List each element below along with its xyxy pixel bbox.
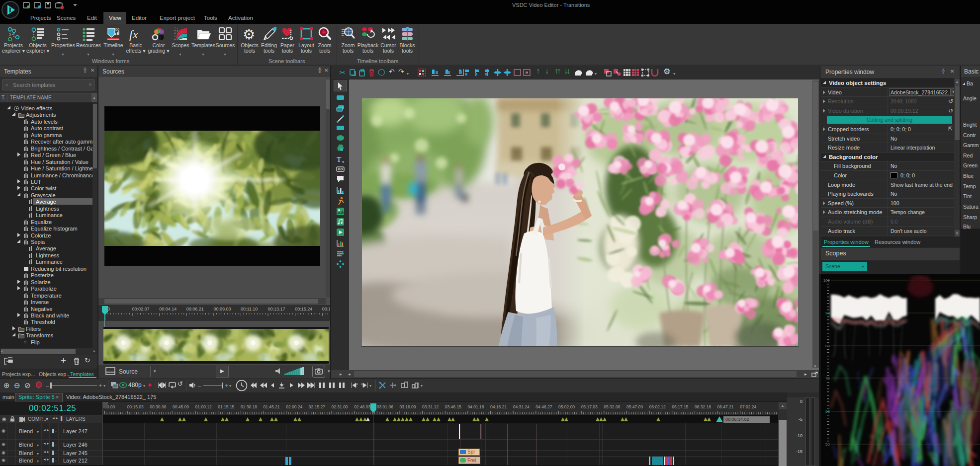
- svg-text:70: 70: [825, 376, 830, 381]
- svg-text:⚙: ⚙: [243, 27, 255, 42]
- svg-text:00: 00: [115, 28, 119, 31]
- svg-text:fx: fx: [129, 28, 138, 41]
- svg-text:T: T: [337, 155, 341, 163]
- svg-text:50: 50: [825, 442, 830, 447]
